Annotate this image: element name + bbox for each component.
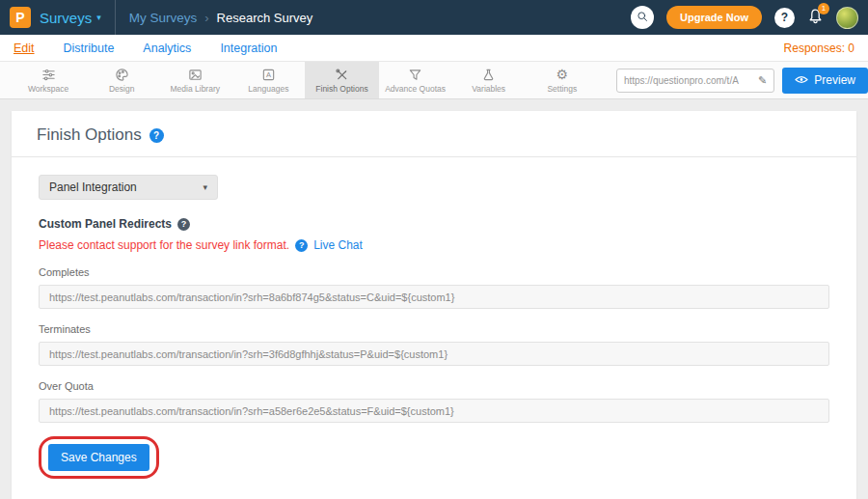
chevron-down-icon: ▾: [203, 182, 207, 192]
toolbar-item-workspace[interactable]: Workspace: [12, 62, 85, 98]
completes-label: Completes: [39, 266, 829, 278]
toolbar-item-media-library[interactable]: Media Library: [158, 62, 231, 98]
page-content: Finish Options ? Panel Integration ▾ Cus…: [0, 99, 868, 499]
survey-toolbar: Workspace Design Media Library A: [0, 61, 868, 99]
completes-url-input[interactable]: [39, 285, 829, 309]
avatar[interactable]: [836, 7, 858, 29]
workspace-icon: [41, 67, 56, 82]
toolbar-item-advance-quotas[interactable]: Advance Quotas: [379, 62, 452, 98]
section-help-icon[interactable]: ?: [177, 218, 190, 231]
questionpro-logo[interactable]: P: [10, 7, 31, 28]
toolbar-item-label: Advance Quotas: [385, 84, 446, 94]
product-name: Surveys: [40, 10, 92, 26]
page-title: Finish Options: [37, 125, 142, 145]
svg-text:A: A: [266, 70, 271, 79]
over-quota-label: Over Quota: [39, 380, 829, 392]
panel-select-value: Panel Integration: [49, 180, 137, 194]
support-note-row: Please contact support for the survey li…: [39, 238, 829, 252]
title-help-icon[interactable]: ?: [149, 128, 164, 143]
variables-icon: [481, 67, 496, 82]
tab-edit[interactable]: Edit: [14, 42, 35, 55]
tab-distribute[interactable]: Distribute: [64, 42, 115, 55]
search-icon: [637, 9, 648, 26]
live-chat-help-icon[interactable]: ?: [295, 239, 308, 252]
survey-url-box: ✎: [616, 69, 774, 93]
toolbar-item-label: Languages: [248, 84, 288, 94]
section-label: Custom Panel Redirects: [39, 217, 172, 231]
main-nav: Edit Distribute Analytics Integration Re…: [0, 35, 868, 61]
finish-options-icon: [335, 67, 349, 82]
chevron-down-icon: ▾: [96, 13, 101, 22]
completes-field-group: Completes: [39, 266, 829, 309]
breadcrumb-current-survey: Research Survey: [217, 11, 313, 25]
preview-button-label: Preview: [814, 73, 855, 87]
card-body: Panel Integration ▾ Custom Panel Redirec…: [12, 157, 856, 499]
toolbar-item-settings[interactable]: ⚙ Settings: [526, 62, 599, 98]
breadcrumb-separator-icon: ›: [204, 11, 208, 25]
responses-count: Responses: 0: [784, 42, 854, 55]
media-library-icon: [188, 67, 203, 82]
toolbar-item-languages[interactable]: A Languages: [231, 62, 305, 98]
tab-analytics[interactable]: Analytics: [143, 42, 191, 55]
save-changes-button[interactable]: Save Changes: [48, 444, 149, 471]
custom-panel-redirects-row: Custom Panel Redirects ?: [39, 217, 829, 231]
card-header: Finish Options ?: [12, 111, 856, 157]
terminates-label: Terminates: [39, 323, 829, 335]
edit-url-pencil-icon[interactable]: ✎: [758, 74, 767, 87]
topbar-actions: Upgrade Now ? 1: [631, 6, 858, 29]
toolbar-item-design[interactable]: Design: [85, 62, 158, 98]
panel-integration-select[interactable]: Panel Integration ▾: [39, 175, 218, 200]
notifications-button[interactable]: 1: [807, 8, 824, 28]
toolbar-item-label: Finish Options: [315, 84, 367, 94]
survey-url-input[interactable]: [624, 75, 753, 86]
advance-quotas-icon: [408, 67, 422, 82]
topbar: P Surveys ▾ My Surveys › Research Survey…: [0, 0, 868, 35]
toolbar-item-label: Design: [109, 84, 134, 94]
support-note: Please contact support for the survey li…: [39, 238, 289, 252]
finish-options-card: Finish Options ? Panel Integration ▾ Cus…: [12, 111, 856, 499]
annotation-highlight: Save Changes: [39, 436, 159, 479]
notification-badge: 1: [818, 3, 829, 14]
toolbar-item-label: Variables: [472, 84, 505, 94]
over-quota-url-input[interactable]: [39, 399, 829, 423]
toolbar-item-label: Settings: [547, 84, 577, 94]
help-button[interactable]: ?: [774, 8, 795, 28]
languages-icon: A: [261, 67, 276, 82]
over-quota-field-group: Over Quota: [39, 380, 829, 423]
preview-button[interactable]: Preview: [782, 68, 868, 94]
design-icon: [115, 67, 129, 82]
upgrade-now-button[interactable]: Upgrade Now: [666, 6, 762, 29]
tab-integration[interactable]: Integration: [220, 42, 277, 55]
settings-gear-icon: ⚙: [556, 67, 569, 82]
toolbar-item-label: Media Library: [171, 84, 221, 94]
product-switcher[interactable]: Surveys ▾: [40, 10, 101, 26]
terminates-field-group: Terminates: [39, 323, 829, 366]
toolbar-item-variables[interactable]: Variables: [452, 62, 526, 98]
toolbar-item-label: Workspace: [28, 84, 68, 94]
live-chat-link[interactable]: Live Chat: [313, 238, 363, 252]
eye-icon: [795, 73, 808, 87]
toolbar-item-finish-options[interactable]: Finish Options: [305, 62, 378, 98]
terminates-url-input[interactable]: [39, 342, 829, 366]
topbar-divider: [115, 0, 116, 35]
breadcrumb-my-surveys[interactable]: My Surveys: [129, 11, 198, 25]
search-button[interactable]: [631, 6, 654, 29]
